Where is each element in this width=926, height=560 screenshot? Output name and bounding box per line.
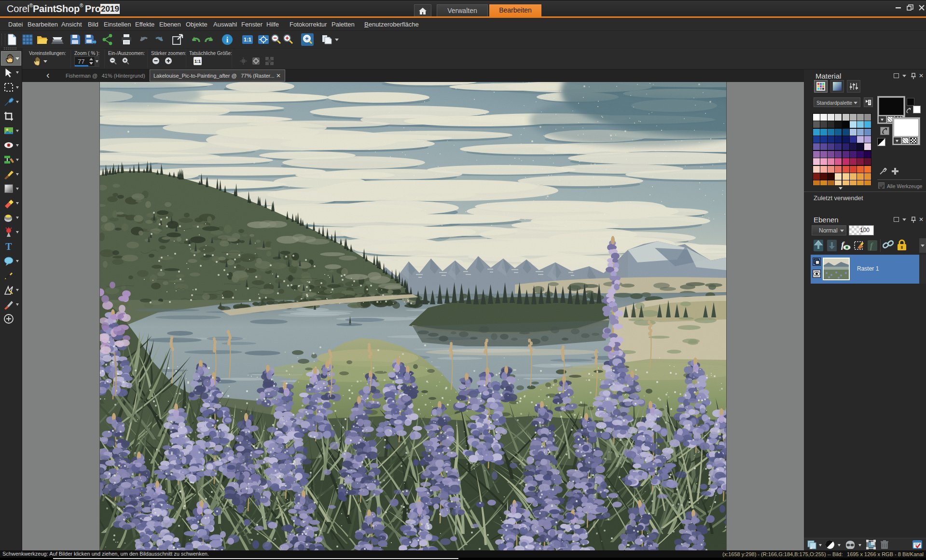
svg-text:1:1: 1:1: [244, 37, 251, 42]
svg-text:T: T: [5, 241, 12, 252]
svg-text:1:1: 1:1: [194, 59, 201, 64]
svg-text:i: i: [226, 36, 229, 44]
